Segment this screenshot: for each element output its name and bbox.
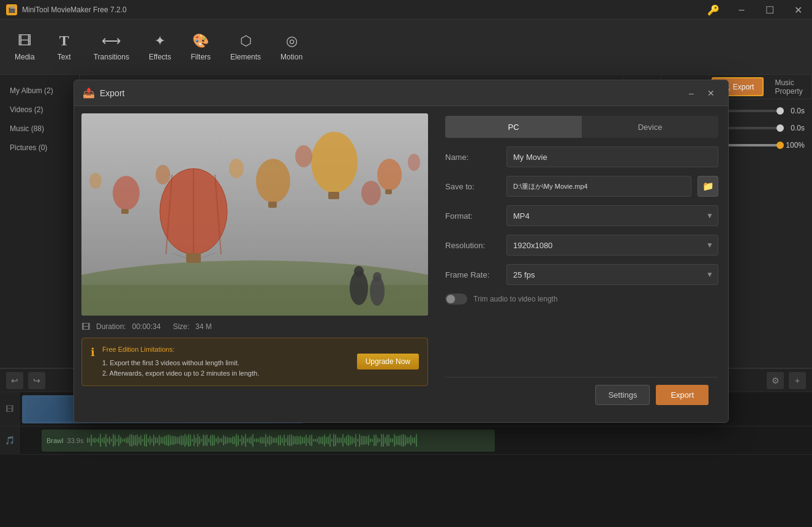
zoom-in-button[interactable]: + <box>789 372 806 389</box>
waveform-bar <box>219 438 220 442</box>
waveform-bar <box>306 434 307 446</box>
undo-button[interactable]: ↩ <box>6 372 23 389</box>
redo-button[interactable]: ↪ <box>28 372 45 389</box>
waveform-bar <box>276 438 277 442</box>
waveform-bar <box>375 434 377 446</box>
text-label: Text <box>58 53 71 61</box>
waveform-bar <box>377 438 378 443</box>
waveform-bar <box>302 437 303 444</box>
waveform-bar <box>273 438 274 443</box>
dialog-footer: Settings Export <box>445 377 718 412</box>
audio-clip[interactable]: Brawl 33.9s <box>42 430 495 452</box>
waveform-bar <box>348 434 349 447</box>
waveform-bar <box>258 439 259 442</box>
toolbar-motion[interactable]: ◎ Motion <box>272 29 311 65</box>
toolbar-text[interactable]: T Text <box>46 29 83 65</box>
waveform-bar <box>111 439 112 442</box>
audio-track-icon: 🎵 <box>0 427 20 455</box>
toolbar-effects[interactable]: ✦ Effects <box>140 29 179 65</box>
tab-pc[interactable]: PC <box>445 116 582 138</box>
text-icon: T <box>59 32 69 49</box>
waveform-bar <box>140 435 141 445</box>
waveform-bar <box>416 434 417 446</box>
sidebar-item-my-album[interactable]: My Album (2) <box>2 82 77 100</box>
waveform-bar <box>250 436 252 444</box>
waveform-bar <box>157 438 158 443</box>
waveform-bar <box>173 436 175 445</box>
motion-icon: ◎ <box>286 33 298 49</box>
sidebar-item-pictures[interactable]: Pictures (0) <box>2 138 77 157</box>
frame-rate-select[interactable]: 24 fps 25 fps 30 fps 60 fps <box>506 264 718 285</box>
close-button[interactable]: ✕ <box>784 0 812 20</box>
waveform-bar <box>324 434 325 446</box>
toolbar-elements[interactable]: ⬡ Elements <box>222 29 269 65</box>
minimize-button[interactable]: – <box>727 0 756 20</box>
filters-label: Filters <box>190 53 211 61</box>
trim-audio-toggle[interactable] <box>445 294 467 305</box>
info-icon: ℹ <box>91 346 95 359</box>
toolbar-filters[interactable]: 🎨 Filters <box>182 29 219 65</box>
upgrade-now-button[interactable]: Upgrade Now <box>357 354 419 370</box>
waveform-bar <box>116 439 118 441</box>
waveform-bar <box>313 439 314 442</box>
sidebar-item-music[interactable]: Music (88) <box>2 119 77 138</box>
dialog-minimize-button[interactable]: – <box>683 86 700 100</box>
waveform-bar <box>109 436 110 445</box>
waveform-bar <box>195 438 197 443</box>
waveform-bar <box>234 436 235 444</box>
waveform-bar <box>353 438 355 443</box>
waveform-bar <box>337 438 338 443</box>
waveform-bar <box>392 438 393 442</box>
settings-button[interactable]: Settings <box>595 385 650 405</box>
waveform-bar <box>197 434 198 446</box>
waveform-bar <box>199 436 200 445</box>
dialog-close-button[interactable]: ✕ <box>702 86 720 100</box>
tab-device[interactable]: Device <box>582 116 718 138</box>
waveform-bar <box>355 434 356 446</box>
toolbar-media[interactable]: 🎞 Media <box>6 29 43 65</box>
app-icon: 🎬 <box>6 4 17 15</box>
waveform-bar <box>210 435 211 445</box>
waveform-bar <box>361 436 362 444</box>
waveform-bar <box>399 435 400 445</box>
save-to-input[interactable] <box>506 176 691 197</box>
waveform-bar <box>120 437 121 443</box>
dialog-preview: 🎞 Duration: 00:00:34 Size: 34 M ℹ Free E… <box>74 106 435 422</box>
filters-icon: 🎨 <box>192 33 209 49</box>
maximize-button[interactable]: ☐ <box>756 0 784 20</box>
waveform-bar <box>249 438 250 443</box>
export-confirm-button[interactable]: Export <box>656 385 709 405</box>
waveform-bar <box>181 435 182 445</box>
sidebar-item-videos[interactable]: Videos (2) <box>2 100 77 119</box>
waveform-bar <box>293 436 294 444</box>
toolbar-transitions[interactable]: ⟷ Transitions <box>85 29 138 65</box>
folder-browse-button[interactable]: 📁 <box>697 176 718 197</box>
waveform-bar <box>335 434 336 447</box>
settings-icon[interactable]: 🔑 <box>699 0 727 20</box>
waveform-bar <box>386 434 388 446</box>
waveform-bar <box>160 437 162 443</box>
waveform-bar <box>390 438 391 442</box>
name-input[interactable] <box>506 146 718 167</box>
resolution-select[interactable]: 1920x1080 1280x720 854x480 640x360 <box>506 235 718 256</box>
timeline-settings-button[interactable]: ⚙ <box>767 372 784 389</box>
toolbar: 🎞 Media T Text ⟷ Transitions ✦ Effects 🎨… <box>0 20 812 75</box>
waveform-bar <box>285 438 287 442</box>
format-select[interactable]: MP4 MOV AVI MKV GIF <box>506 205 718 226</box>
effects-icon: ✦ <box>154 33 165 49</box>
info-text: Free Edition Limitations: 1. Export the … <box>102 344 350 379</box>
waveform-bar <box>87 438 88 443</box>
media-label: Media <box>15 53 35 61</box>
tab-music-property[interactable]: Music Property <box>766 75 812 99</box>
elements-icon: ⬡ <box>240 33 252 49</box>
waveform-bar <box>230 438 231 443</box>
trim-audio-label: Trim audio to video length <box>473 295 558 303</box>
waveform-bar <box>164 436 165 445</box>
waveform-bar <box>265 434 266 447</box>
waveform-bar <box>238 435 239 446</box>
media-icon: 🎞 <box>18 33 31 49</box>
waveform-bar <box>221 438 222 442</box>
dialog-settings: PC Device Name: Save to: 📁 Format: MP4 <box>435 106 728 422</box>
waveform-bar <box>217 436 219 444</box>
waveform-bar <box>225 436 226 444</box>
